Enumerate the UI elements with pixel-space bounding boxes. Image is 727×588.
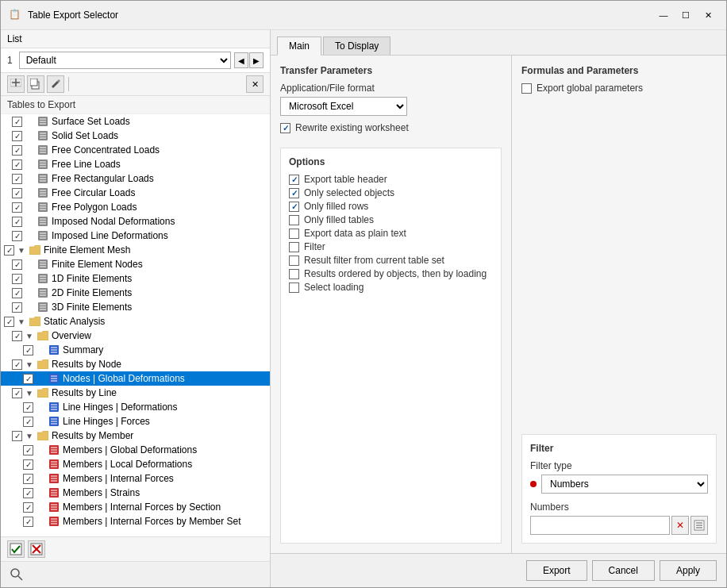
app-format-select[interactable]: Microsoft Excel CSV HTML: [280, 97, 407, 116]
tree-item-free-line-loads[interactable]: Free Line Loads: [1, 157, 270, 171]
tree-item-static-analysis[interactable]: ▼Static Analysis: [1, 314, 270, 329]
apply-button[interactable]: Apply: [660, 560, 717, 581]
nav-next-button[interactable]: ▶: [249, 52, 263, 68]
checkbox-finite-element-nodes[interactable]: [12, 259, 22, 270]
tree-item-nodes-global-deformations[interactable]: Nodes | Global Deformations: [1, 371, 270, 386]
numbers-expand-button[interactable]: [690, 516, 708, 535]
checkbox-members-local-deformations[interactable]: [23, 459, 33, 470]
tree-item-overview[interactable]: ▼Overview: [1, 329, 270, 343]
tree-item-members-internal-forces[interactable]: Members | Internal Forces: [1, 471, 270, 486]
checkbox-imposed-line-deformations[interactable]: [12, 231, 22, 241]
checkbox-overview[interactable]: [12, 331, 22, 341]
checkbox-1d-finite-elements[interactable]: [12, 274, 22, 284]
numbers-delete-button[interactable]: ✕: [671, 516, 689, 535]
checkbox-line-hinges-forces[interactable]: [23, 417, 33, 427]
tree-item-imposed-line-deformations[interactable]: Imposed Line Deformations: [1, 229, 270, 243]
checkbox-summary[interactable]: [23, 345, 33, 355]
filter-type-select[interactable]: Numbers Name All: [541, 475, 708, 494]
checkbox-finite-element-mesh[interactable]: [4, 245, 14, 256]
checkbox-static-analysis[interactable]: [4, 317, 14, 327]
tree-item-line-hinges-forces[interactable]: Line Hinges | Forces: [1, 414, 270, 429]
option-checkbox-result-filter-from-current-table-set[interactable]: [289, 256, 299, 266]
minimize-button[interactable]: —: [653, 7, 674, 23]
uncheck-all-button[interactable]: [28, 540, 45, 558]
checkbox-3d-finite-elements[interactable]: [12, 302, 22, 313]
checkbox-imposed-nodal-deformations[interactable]: [12, 217, 22, 227]
expand-icon-overview[interactable]: ▼: [25, 332, 37, 340]
expand-icon-static-analysis[interactable]: ▼: [17, 317, 29, 326]
tree-item-results-by-line[interactable]: ▼Results by Line: [1, 386, 270, 400]
tree-item-line-hinges-deformations[interactable]: Line Hinges | Deformations: [1, 400, 270, 414]
checkbox-2d-finite-elements[interactable]: [12, 288, 22, 298]
tree-item-finite-element-nodes[interactable]: Finite Element Nodes: [1, 257, 270, 271]
close-button[interactable]: ✕: [698, 7, 718, 23]
option-checkbox-export-data-as-plain-text[interactable]: [289, 229, 299, 239]
checkbox-results-by-node[interactable]: [12, 359, 22, 370]
list-dropdown[interactable]: Default: [19, 52, 231, 69]
option-checkbox-only-selected-objects[interactable]: [289, 188, 299, 198]
tree-item-members-local-deformations[interactable]: Members | Local Deformations: [1, 457, 270, 471]
tree-item-members-strains[interactable]: Members | Strains: [1, 486, 270, 500]
option-checkbox-only-filled-tables[interactable]: [289, 215, 299, 225]
nav-prev-button[interactable]: ◀: [234, 52, 248, 68]
option-checkbox-results-ordered-by-objects[interactable]: [289, 269, 299, 279]
tab-content: Transfer Parameters Application/File for…: [271, 56, 726, 553]
checkbox-members-global-deformations[interactable]: [23, 445, 33, 455]
add-button[interactable]: [7, 75, 25, 93]
checkbox-results-by-line[interactable]: [12, 388, 22, 398]
tree-item-members-internal-forces-by-section[interactable]: Members | Internal Forces by Section: [1, 500, 270, 514]
tree-item-imposed-nodal-deformations[interactable]: Imposed Nodal Deformations: [1, 214, 270, 229]
expand-icon-finite-element-mesh[interactable]: ▼: [17, 246, 29, 255]
search-icon[interactable]: [7, 565, 26, 584]
export-global-checkbox[interactable]: [521, 83, 532, 94]
tree-item-2d-finite-elements[interactable]: 2D Finite Elements: [1, 286, 270, 300]
checkbox-line-hinges-deformations[interactable]: [23, 402, 33, 413]
cancel-button[interactable]: Cancel: [592, 560, 655, 581]
expand-icon-results-by-member[interactable]: ▼: [25, 432, 37, 440]
checkbox-results-by-member[interactable]: [12, 431, 22, 441]
export-button[interactable]: Export: [526, 560, 587, 581]
tree-item-members-global-deformations[interactable]: Members | Global Deformations: [1, 443, 270, 457]
tree-item-1d-finite-elements[interactable]: 1D Finite Elements: [1, 271, 270, 286]
rewrite-worksheet-checkbox[interactable]: [280, 123, 290, 133]
option-checkbox-select-loading[interactable]: [289, 282, 299, 293]
checkbox-members-internal-forces-by-section[interactable]: [23, 502, 33, 513]
checkbox-free-circular-loads[interactable]: [12, 188, 22, 198]
maximize-button[interactable]: ☐: [675, 7, 696, 23]
tree-item-free-polygon-loads[interactable]: Free Polygon Loads: [1, 200, 270, 214]
tree-item-free-concentrated-loads[interactable]: Free Concentrated Loads: [1, 143, 270, 157]
tree-item-surface-set-loads[interactable]: Surface Set Loads: [1, 114, 270, 129]
tree-item-results-by-member[interactable]: ▼Results by Member: [1, 429, 270, 443]
tree-item-finite-element-mesh[interactable]: ▼Finite Element Mesh: [1, 243, 270, 257]
tree-item-free-circular-loads[interactable]: Free Circular Loads: [1, 186, 270, 200]
checkbox-free-concentrated-loads[interactable]: [12, 145, 22, 156]
option-checkbox-only-filled-rows[interactable]: [289, 202, 299, 212]
tree-item-free-rectangular-loads[interactable]: Free Rectangular Loads: [1, 171, 270, 186]
option-checkbox-export-table-header[interactable]: [289, 175, 299, 185]
tree-item-results-by-node[interactable]: ▼Results by Node: [1, 357, 270, 371]
expand-icon-results-by-node[interactable]: ▼: [25, 360, 37, 369]
numbers-input[interactable]: [530, 516, 670, 535]
checkbox-free-line-loads[interactable]: [12, 159, 22, 170]
tree-item-3d-finite-elements[interactable]: 3D Finite Elements: [1, 300, 270, 314]
checkbox-members-internal-forces-by-member-set[interactable]: [23, 517, 33, 527]
tab-main[interactable]: Main: [277, 37, 321, 56]
check-all-button[interactable]: [7, 540, 25, 558]
edit-button[interactable]: [47, 75, 64, 93]
toolbar-close-button[interactable]: ✕: [246, 75, 263, 93]
checkbox-surface-set-loads[interactable]: [12, 117, 22, 127]
checkbox-free-rectangular-loads[interactable]: [12, 174, 22, 184]
tree-container[interactable]: Surface Set LoadsSolid Set LoadsFree Con…: [1, 114, 270, 536]
tree-item-members-internal-forces-by-member-set[interactable]: Members | Internal Forces by Member Set: [1, 514, 270, 528]
checkbox-solid-set-loads[interactable]: [12, 131, 22, 141]
checkbox-nodes-global-deformations[interactable]: [23, 374, 33, 384]
tree-item-summary[interactable]: Summary: [1, 343, 270, 357]
copy-button[interactable]: [27, 75, 44, 93]
expand-icon-results-by-line[interactable]: ▼: [25, 389, 37, 398]
checkbox-members-internal-forces[interactable]: [23, 474, 33, 484]
tab-to-display[interactable]: To Display: [323, 37, 390, 55]
checkbox-free-polygon-loads[interactable]: [12, 202, 22, 213]
tree-item-solid-set-loads[interactable]: Solid Set Loads: [1, 129, 270, 143]
checkbox-members-strains[interactable]: [23, 488, 33, 498]
option-checkbox-filter[interactable]: [289, 242, 299, 252]
